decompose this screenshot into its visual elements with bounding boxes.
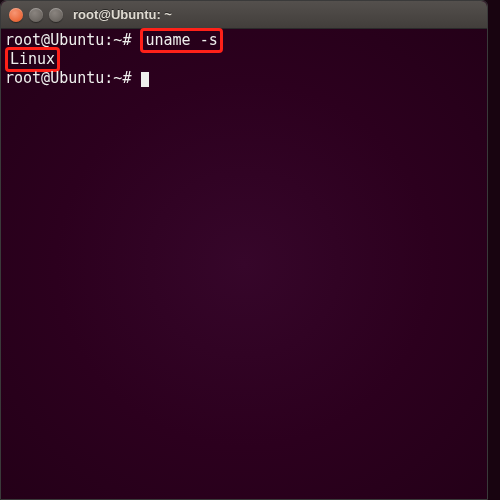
minimize-icon[interactable]	[29, 8, 43, 22]
terminal-line-1: root@Ubuntu:~# uname -s	[5, 31, 483, 50]
titlebar[interactable]: root@Ubuntu: ~	[1, 1, 487, 29]
terminal-body[interactable]: root@Ubuntu:~# uname -s Linux root@Ubunt…	[1, 29, 487, 499]
command-highlight-box: uname -s	[140, 28, 222, 53]
terminal-line-3: root@Ubuntu:~#	[5, 69, 483, 88]
prompt: root@Ubuntu:~#	[5, 69, 131, 87]
window-controls	[9, 8, 63, 22]
cursor-icon	[141, 72, 149, 87]
typed-command: uname -s	[145, 31, 217, 49]
window-title: root@Ubuntu: ~	[73, 7, 172, 22]
background-edge	[488, 0, 500, 500]
command-output: Linux	[10, 50, 55, 68]
maximize-icon[interactable]	[49, 8, 63, 22]
terminal-line-2: Linux	[5, 50, 483, 69]
terminal-window: root@Ubuntu: ~ root@Ubuntu:~# uname -s L…	[0, 0, 488, 500]
close-icon[interactable]	[9, 8, 23, 22]
